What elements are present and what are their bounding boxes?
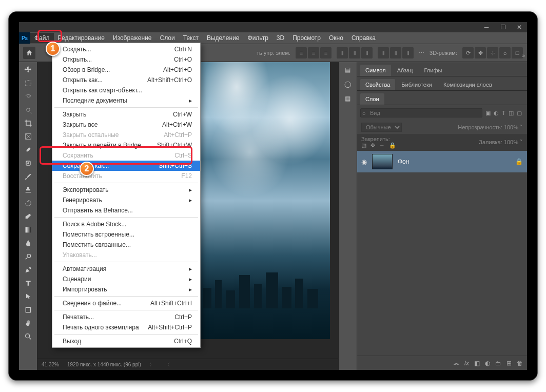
file-menu-item[interactable]: Поиск в Adobe Stock... [52,219,200,229]
history-brush-tool[interactable] [22,198,35,209]
swatches-icon[interactable]: ▦ [345,95,350,102]
menu-фильтр[interactable]: Фильтр [244,33,272,43]
menu-слои[interactable]: Слои [156,33,179,43]
menu-изображение[interactable]: Изображение [109,33,156,43]
histogram-icon[interactable]: ▤ [345,66,350,73]
menu-выделение[interactable]: Выделение [203,33,244,43]
pen-tool[interactable] [22,264,35,276]
tab-glyphs[interactable]: Глифы [419,65,447,76]
blur-tool[interactable] [22,238,35,249]
orbit-icon[interactable]: ⟳ [462,47,474,58]
menu-редактирование[interactable]: Редактирование [54,33,109,43]
file-menu-item[interactable]: Сведения о файле...Alt+Shift+Ctrl+I [52,298,200,308]
collapse-panels-icon[interactable]: » [522,53,525,58]
eyedropper-tool[interactable] [22,144,35,155]
marquee-tool[interactable] [22,77,35,89]
file-menu-item[interactable]: Отправить на Behance... [52,205,200,215]
path-select-tool[interactable] [22,291,35,302]
distribute-icon[interactable]: ⫴ [361,47,373,58]
document-canvas[interactable] [197,62,330,339]
pan-icon[interactable]: ✥ [475,47,486,58]
quick-select-tool[interactable] [22,104,35,115]
hand-tool[interactable] [22,318,35,329]
healing-tool[interactable] [22,158,35,169]
file-menu-item[interactable]: Поместить связанные... [52,240,200,250]
file-menu-item[interactable]: Закрыть всеAlt+Ctrl+W [52,120,200,130]
close-button[interactable]: ✕ [516,24,523,31]
move-tool[interactable] [22,64,35,75]
tab-layers[interactable]: Слои [360,93,384,105]
stamp-tool[interactable] [22,184,35,195]
file-menu-item[interactable]: Открыть как смарт-объект... [52,85,200,95]
dodge-tool[interactable] [22,251,35,262]
align-center-icon[interactable]: ≡ [308,47,319,58]
file-menu-item[interactable]: Генерировать▸ [52,195,200,205]
distribute-icon[interactable]: ⫴ [337,47,348,58]
color-icon[interactable]: ◯ [344,81,351,88]
layer-mask-icon[interactable]: ◧ [474,360,480,367]
fill-value[interactable]: 100% [504,139,518,145]
tab-character[interactable]: Символ [360,65,391,76]
menu-текст[interactable]: Текст [179,33,203,43]
file-menu-item[interactable]: Закрыть и перейти в Bridge...Shift+Ctrl+… [52,140,200,150]
new-group-icon[interactable]: 🗀 [495,360,501,367]
layer-name[interactable]: Фон [398,158,409,165]
filter-type-icon[interactable]: T [502,110,505,116]
file-menu-item[interactable]: Сохранить как...Shift+Ctrl+S [52,161,200,171]
dolly-icon[interactable]: ⊹ [487,47,498,58]
menu-3d[interactable]: 3D [272,33,288,43]
distribute-icon[interactable]: ⫴ [390,47,401,58]
file-menu-item[interactable]: Поместить встроенные... [52,229,200,240]
lock-position-icon[interactable]: ✥ [371,142,375,149]
delete-layer-icon[interactable]: 🗑 [517,360,523,367]
lock-pixels-icon[interactable]: ▧ [361,142,366,149]
proxy-icon[interactable]: □ [512,47,523,58]
file-menu-item[interactable]: Создать...Ctrl+N [52,44,200,54]
file-menu-item[interactable]: ЗакрытьCtrl+W [52,109,200,120]
opacity-value[interactable]: 100% [504,124,518,130]
minimize-button[interactable]: ─ [483,24,490,31]
file-menu-item[interactable]: Обзор в Bridge...Alt+Ctrl+O [52,65,200,75]
file-menu-item[interactable]: Экспортировать▸ [52,185,200,195]
layer-row[interactable]: ◉ Фон 🔒 [357,151,527,172]
file-menu-item[interactable]: Импортировать▸ [52,284,200,295]
align-left-icon[interactable]: ≡ [296,47,307,58]
frame-tool[interactable] [22,131,35,142]
maximize-button[interactable]: ☐ [499,24,506,31]
file-menu-item[interactable]: Автоматизация▸ [52,264,200,274]
tab-properties[interactable]: Свойства [360,79,395,90]
distribute-icon[interactable]: ⫴ [378,47,389,58]
file-menu-item[interactable]: Печатать...Ctrl+P [52,312,200,322]
filter-pixel-icon[interactable]: ▣ [485,110,491,116]
file-menu-item[interactable]: Печать одного экземпляраAlt+Shift+Ctrl+P [52,322,200,332]
distribute-icon[interactable]: ⫴ [349,47,360,58]
menu-справка[interactable]: Справка [347,33,380,43]
type-tool[interactable] [22,278,35,289]
gradient-tool[interactable] [22,224,35,236]
file-menu-item[interactable]: Открыть...Ctrl+O [52,54,200,65]
lasso-tool[interactable] [22,91,35,102]
zoom-tool[interactable] [22,331,35,342]
more-icon[interactable]: ⋯ [419,50,424,56]
menu-окно[interactable]: Окно [325,33,347,43]
lock-artboard-icon[interactable]: ↔ [379,142,385,149]
eraser-tool[interactable] [22,211,35,222]
file-menu-item[interactable]: Сценарии▸ [52,274,200,284]
zoom-level[interactable]: 41,32% [42,362,59,367]
file-menu-item[interactable]: Открыть как...Alt+Shift+Ctrl+O [52,75,200,85]
new-layer-icon[interactable]: ⊞ [506,360,512,367]
filter-smart-icon[interactable]: ▢ [517,110,522,116]
zoom-icon[interactable]: ⌕ [499,47,511,58]
align-right-icon[interactable]: ≡ [320,47,332,58]
adjustment-layer-icon[interactable]: ◐ [485,360,490,367]
blend-mode-select[interactable]: Обычные [361,123,402,132]
crop-tool[interactable] [22,117,35,129]
layers-filter-input[interactable] [360,108,482,117]
home-button[interactable] [23,47,35,59]
menu-просмотр[interactable]: Просмотр [288,33,325,43]
filter-adjust-icon[interactable]: ◐ [494,110,499,116]
lock-all-icon[interactable]: 🔒 [389,142,396,149]
link-layers-icon[interactable]: ⫘ [453,360,459,367]
file-menu-item[interactable]: Последние документы▸ [52,95,200,106]
tab-paragraph[interactable]: Абзац [392,65,418,76]
